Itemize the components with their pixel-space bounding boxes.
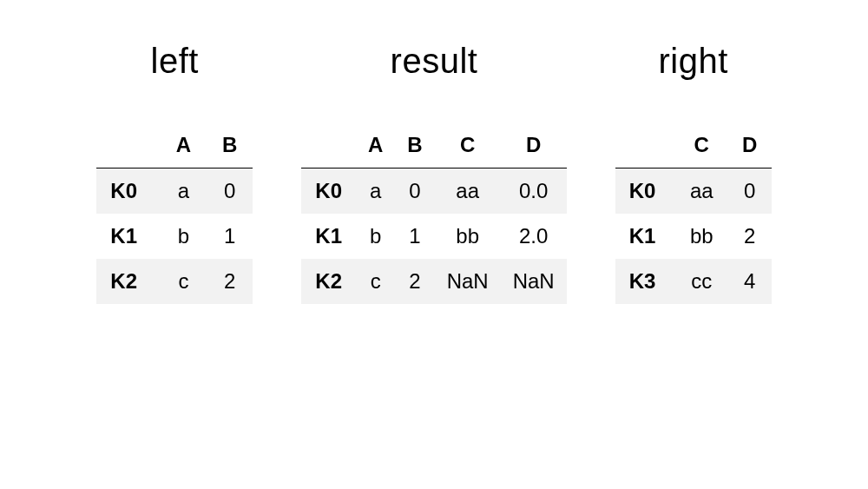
- diagram-stage: left A B K0 a 0 K1 b 1: [0, 0, 868, 489]
- table-left-col-B: B: [207, 122, 253, 169]
- panel-right: right C D K0 aa 0 K1 bb 2: [615, 42, 772, 304]
- cell: 1: [395, 214, 434, 259]
- table-left-header-row: A B: [96, 122, 253, 169]
- cell: 2: [728, 214, 772, 259]
- row-index: K0: [301, 169, 356, 215]
- table-row: K1 bb 2: [615, 214, 772, 259]
- table-right-col-C: C: [675, 122, 728, 169]
- panel-left: left A B K0 a 0 K1 b 1: [96, 42, 253, 304]
- panel-right-title: right: [659, 42, 728, 81]
- table-right-col-D: D: [728, 122, 772, 169]
- row-index: K1: [301, 214, 356, 259]
- table-row: K2 c 2 NaN NaN: [301, 259, 566, 304]
- table-result-header-row: A B C D: [301, 122, 566, 169]
- table-row: K0 aa 0: [615, 169, 772, 215]
- table-result-col-A: A: [356, 122, 395, 169]
- table-result-col-D: D: [501, 122, 567, 169]
- cell: bb: [435, 214, 501, 259]
- cell: a: [161, 169, 207, 215]
- table-right-corner: [615, 122, 675, 169]
- cell: aa: [435, 169, 501, 215]
- cell: cc: [675, 259, 728, 304]
- cell: 0: [728, 169, 772, 215]
- table-result: A B C D K0 a 0 aa 0.0 K1 b 1 b: [301, 122, 566, 304]
- cell: c: [356, 259, 395, 304]
- table-result-col-B: B: [395, 122, 434, 169]
- cell: b: [356, 214, 395, 259]
- cell: 2.0: [501, 214, 567, 259]
- table-row: K1 b 1 bb 2.0: [301, 214, 566, 259]
- row-index: K2: [96, 259, 161, 304]
- panel-left-title: left: [151, 42, 199, 81]
- cell: 2: [395, 259, 434, 304]
- table-row: K0 a 0: [96, 169, 253, 215]
- table-left-corner: [96, 122, 161, 169]
- row-index: K1: [615, 214, 675, 259]
- table-row: K0 a 0 aa 0.0: [301, 169, 566, 215]
- cell: NaN: [435, 259, 501, 304]
- table-row: K2 c 2: [96, 259, 253, 304]
- panel-result-title: result: [391, 42, 478, 81]
- cell: 1: [207, 214, 253, 259]
- table-result-corner: [301, 122, 356, 169]
- cell: 2: [207, 259, 253, 304]
- cell: 0: [395, 169, 434, 215]
- cell: 4: [728, 259, 772, 304]
- row-index: K0: [615, 169, 675, 215]
- cell: NaN: [501, 259, 567, 304]
- table-row: K3 cc 4: [615, 259, 772, 304]
- cell: b: [161, 214, 207, 259]
- panel-result: result A B C D K0 a 0 aa 0.0: [301, 42, 566, 304]
- cell: aa: [675, 169, 728, 215]
- cell: bb: [675, 214, 728, 259]
- table-left-col-A: A: [161, 122, 207, 169]
- row-index: K1: [96, 214, 161, 259]
- cell: 0.0: [501, 169, 567, 215]
- table-right-header-row: C D: [615, 122, 772, 169]
- row-index: K3: [615, 259, 675, 304]
- table-row: K1 b 1: [96, 214, 253, 259]
- table-result-col-C: C: [435, 122, 501, 169]
- table-left: A B K0 a 0 K1 b 1 K2 c 2: [96, 122, 253, 304]
- cell: a: [356, 169, 395, 215]
- table-right: C D K0 aa 0 K1 bb 2 K3 cc 4: [615, 122, 772, 304]
- row-index: K0: [96, 169, 161, 215]
- cell: c: [161, 259, 207, 304]
- row-index: K2: [301, 259, 356, 304]
- cell: 0: [207, 169, 253, 215]
